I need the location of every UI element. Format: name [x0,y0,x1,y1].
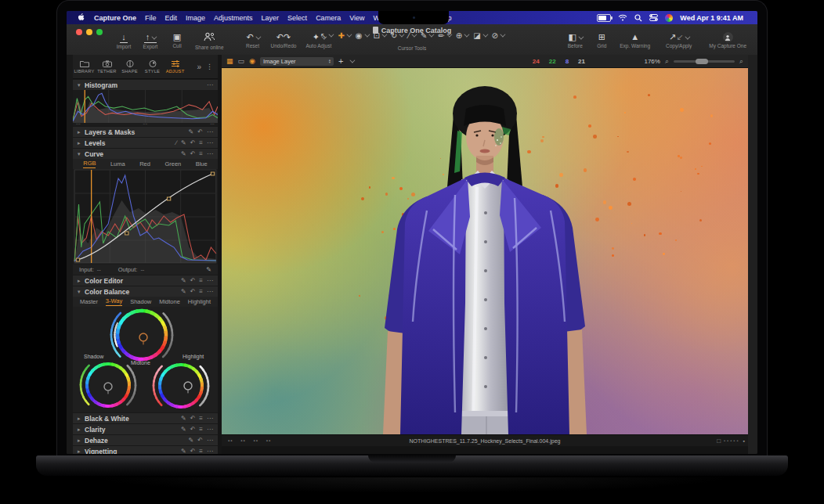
undo-arrow-icon[interactable]: ↶ [190,426,196,433]
more-dots-icon[interactable]: ⋯ [207,128,213,135]
panel-header-clarity[interactable]: ▸Clarity✎↶≡⋯ [73,424,218,434]
undo-arrow-icon[interactable]: ↶ [190,448,196,454]
tab-library[interactable]: LIBRARY [73,60,96,74]
panel-header-levels[interactable]: ▸Levels∕✎↶≡⋯ [73,138,218,148]
copy-apply-button[interactable]: ↗↙Copy/Apply [666,32,692,49]
control-center-icon[interactable] [649,14,658,21]
search-icon[interactable] [634,14,642,22]
panel-header-black-white[interactable]: ▸Black & White✎↶≡⋯ [73,413,218,423]
disclosure-open-icon[interactable]: ▾ [78,82,85,88]
viewer-rect-icon[interactable]: ▭ [238,57,245,65]
menu-edit[interactable]: Edit [165,14,178,22]
spot-removal-tool[interactable]: ✏ [438,31,450,40]
expand-panels-icon[interactable]: » [197,63,201,71]
zoom-slider-thumb[interactable] [696,59,708,64]
more-dots-icon[interactable]: ⋯ [207,415,213,422]
zoom-out-icon[interactable]: ⌕ [665,57,669,66]
more-dots-icon[interactable]: ⋯ [207,288,213,295]
color-swirl-icon[interactable] [665,14,673,22]
panel-header-layers-masks[interactable]: ▸Layers & Masks✎↶⋯ [73,127,218,137]
grid-button[interactable]: ⊞Grid [593,32,610,49]
disclosure-closed-icon[interactable]: ▸ [78,278,85,284]
brush-icon[interactable]: ✎ [181,288,186,295]
undo-arrow-icon[interactable]: ↶ [197,128,203,135]
undo-arrow-icon[interactable]: ↶ [197,437,203,444]
menu-view[interactable]: View [349,14,364,22]
more-dots-icon[interactable]: ⋯ [207,81,213,88]
preset-menu-icon[interactable]: ≡ [199,288,203,295]
panel-header-histogram[interactable]: ▾Histogram⋯ [73,80,218,90]
disclosure-closed-icon[interactable]: ▸ [78,427,85,433]
zoom-slider[interactable] [674,60,735,63]
share-online-button[interactable]: Share online [195,32,224,50]
undo-redo-button[interactable]: ↶↷Undo/Redo [271,32,297,49]
menu-layer[interactable]: Layer [262,14,280,22]
more-dots-icon[interactable]: ⋯ [207,448,213,454]
erase-mask-tool[interactable]: ⊘ [492,31,504,40]
more-dots-icon[interactable]: ⋯ [207,150,213,157]
loupe-tool[interactable]: ◉ [356,31,368,40]
brush-icon[interactable]: ✎ [189,437,194,444]
reset-button[interactable]: ↶Reset [244,32,262,49]
preset-menu-icon[interactable]: ≡ [199,415,203,422]
mask-visibility-icon[interactable]: ◉ [249,57,255,65]
undo-arrow-icon[interactable]: ↶ [190,277,196,284]
apple-menu-icon[interactable] [78,13,85,22]
rotate-tool[interactable]: ↻ [391,31,403,40]
more-dots-icon[interactable]: ⋯ [207,139,213,146]
tab-tether[interactable]: TETHER [96,60,118,74]
export-button[interactable]: ↑Export [142,32,159,49]
panel-header-vignetting[interactable]: ▸Vignetting✎↶≡⋯ [73,446,218,454]
undo-arrow-icon[interactable]: ↶ [190,288,196,295]
pen-icon[interactable]: ∕ [176,139,177,146]
curve-graph[interactable] [73,169,218,265]
pan-hand-tool[interactable]: ✚ [338,31,349,40]
more-dots-icon[interactable]: ⋯ [207,437,213,444]
curve-tab-red[interactable]: Red [139,160,150,167]
preset-menu-icon[interactable]: ≡ [199,277,203,284]
undo-arrow-icon[interactable]: ↶ [190,139,196,146]
tab-adjust[interactable]: ADJUST [164,60,186,74]
preset-menu-icon[interactable]: ≡ [199,426,203,433]
cb-tab-highlight[interactable]: Highlight [188,298,211,305]
panel-header-color-balance[interactable]: ▾Color Balance✎↶≡⋯ [73,286,218,297]
brush-icon[interactable]: ✎ [181,426,186,433]
disclosure-closed-icon[interactable]: ▸ [78,437,85,444]
brush-icon[interactable]: ✎ [181,415,186,422]
preset-menu-icon[interactable]: ≡ [199,448,203,454]
more-dots-icon[interactable]: ⋯ [207,426,213,433]
curve-picker-icon[interactable]: ✎ [206,266,211,273]
crop-tool[interactable]: ⊡ [374,31,385,40]
curve-tab-blue[interactable]: Blue [196,160,208,167]
panel-header-curve[interactable]: ▾Curve✎↶≡⋯ [73,149,218,159]
panel-header-color-editor[interactable]: ▸Color Editor✎↶≡⋯ [73,275,218,286]
straighten-tool[interactable]: ⁄ [408,31,415,40]
curve-tab-green[interactable]: Green [164,160,181,167]
my-capture-one-button[interactable]: My Capture One [709,32,746,49]
menu-image[interactable]: Image [186,14,205,22]
brush-icon[interactable]: ✎ [181,150,186,157]
more-dots-icon[interactable]: ⋯ [207,277,213,284]
menubar-clock[interactable]: Wed Apr 1 9:41 AM [680,14,743,22]
disclosure-open-icon[interactable]: ▾ [78,289,85,295]
undo-arrow-icon[interactable]: ↶ [190,150,196,157]
disclosure-open-icon[interactable]: ▾ [78,151,85,157]
draw-mask-tool[interactable]: ◪ [473,31,486,40]
panel-header-dehaze[interactable]: ▸Dehaze✎↶⋯ [73,435,218,445]
undo-arrow-icon[interactable]: ↶ [190,415,196,422]
menu-select[interactable]: Select [287,14,307,22]
cull-button[interactable]: ▣Cull [168,32,186,49]
select-tool[interactable]: ↖ [320,31,332,40]
add-layer-button[interactable]: + [338,56,343,66]
brush-icon[interactable]: ✎ [181,139,186,146]
wifi-icon[interactable] [618,14,627,21]
heal-tool[interactable]: ⊕ [456,31,468,40]
disclosure-closed-icon[interactable]: ▸ [78,129,85,135]
cb-tab-master[interactable]: Master [80,298,98,305]
menubar-app-name[interactable]: Capture One [94,14,136,22]
disclosure-closed-icon[interactable]: ▸ [78,416,85,422]
cb-tab-3way[interactable]: 3-Way [106,297,122,306]
proof-grid-icon[interactable]: ▦ [226,57,233,65]
import-button[interactable]: ↓Import [115,32,132,49]
image-viewer[interactable] [222,68,748,434]
